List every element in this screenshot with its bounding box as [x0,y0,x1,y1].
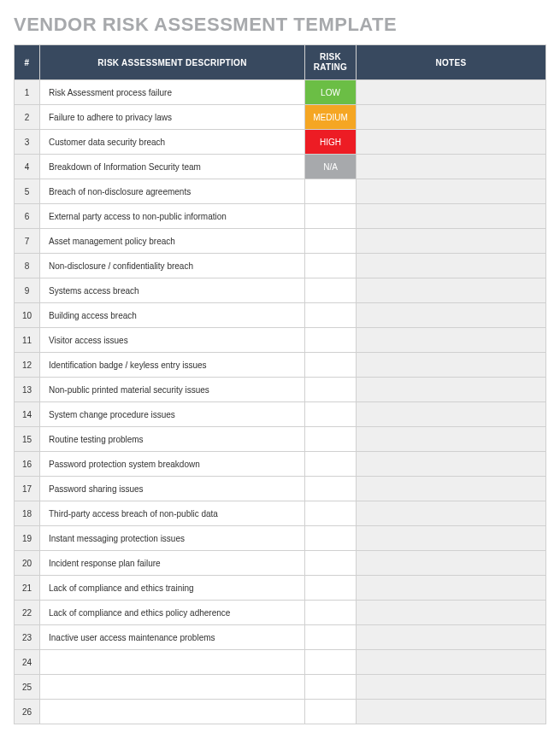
row-notes [357,130,546,155]
table-row: 12Identification badge / keyless entry i… [15,353,546,378]
table-row: 24 [15,650,546,675]
row-rating [305,378,357,402]
row-rating [305,402,357,427]
page-title: VENDOR RISK ASSESSMENT TEMPLATE [14,14,546,36]
row-rating [305,526,357,551]
row-number: 11 [15,328,40,353]
table-row: 8Non-disclosure / confidentiality breach [15,254,546,278]
row-number: 3 [15,130,40,155]
table-row: 14System change procedure issues [15,402,546,427]
row-number: 5 [15,179,40,204]
row-rating [305,452,357,477]
row-description: Lack of compliance and ethics policy adh… [40,601,305,625]
row-notes [357,402,546,427]
row-description: Failure to adhere to privacy laws [40,105,305,130]
table-row: 3Customer data security breachHIGH [15,130,546,155]
row-notes [357,551,546,576]
table-row: 5Breach of non-disclosure agreements [15,179,546,204]
row-description [40,675,305,700]
row-description: Building access breach [40,303,305,328]
table-row: 6External party access to non-public inf… [15,204,546,229]
table-row: 15Routine testing problems [15,427,546,452]
table-row: 18Third-party access breach of non-publi… [15,501,546,526]
row-description: Breach of non-disclosure agreements [40,179,305,204]
row-number: 22 [15,601,40,625]
row-number: 26 [15,700,40,724]
row-notes [357,278,546,303]
row-description: Password sharing issues [40,477,305,501]
table-row: 25 [15,675,546,700]
row-rating [305,576,357,601]
row-number: 1 [15,80,40,105]
column-header-desc: RISK ASSESSMENT DESCRIPTION [40,45,305,80]
row-rating [305,501,357,526]
row-number: 7 [15,229,40,254]
row-number: 2 [15,105,40,130]
row-notes [357,477,546,501]
row-number: 23 [15,625,40,650]
risk-assessment-table: # RISK ASSESSMENT DESCRIPTION RISK RATIN… [14,44,546,724]
row-notes [357,229,546,254]
table-row: 11Visitor access issues [15,328,546,353]
row-rating: LOW [305,80,357,105]
row-description: Inactive user access maintenance problem… [40,625,305,650]
row-notes [357,675,546,700]
row-notes [357,155,546,179]
table-row: 16Password protection system breakdown [15,452,546,477]
row-number: 18 [15,501,40,526]
row-notes [357,204,546,229]
table-row: 23Inactive user access maintenance probl… [15,625,546,650]
table-row: 1Risk Assessment process failureLOW [15,80,546,105]
row-description: Lack of compliance and ethics training [40,576,305,601]
row-description: Visitor access issues [40,328,305,353]
table-row: 19Instant messaging protection issues [15,526,546,551]
row-description: Identification badge / keyless entry iss… [40,353,305,378]
table-row: 13Non-public printed material security i… [15,378,546,402]
row-number: 17 [15,477,40,501]
row-rating [305,204,357,229]
row-description: Instant messaging protection issues [40,526,305,551]
table-row: 10Building access breach [15,303,546,328]
row-notes [357,80,546,105]
row-notes [357,526,546,551]
table-row: 9Systems access breach [15,278,546,303]
row-number: 15 [15,427,40,452]
table-header-row: # RISK ASSESSMENT DESCRIPTION RISK RATIN… [15,45,546,80]
row-notes [357,179,546,204]
table-row: 17Password sharing issues [15,477,546,501]
row-number: 9 [15,278,40,303]
row-notes [357,452,546,477]
row-rating [305,650,357,675]
row-number: 14 [15,402,40,427]
table-row: 2Failure to adhere to privacy lawsMEDIUM [15,105,546,130]
row-number: 4 [15,155,40,179]
row-rating [305,278,357,303]
row-description: Risk Assessment process failure [40,80,305,105]
row-description: Incident response plan failure [40,551,305,576]
table-row: 26 [15,700,546,724]
row-notes [357,353,546,378]
row-rating [305,179,357,204]
row-description: Third-party access breach of non-public … [40,501,305,526]
row-rating [305,353,357,378]
row-notes [357,601,546,625]
row-notes [357,650,546,675]
row-notes [357,378,546,402]
row-number: 21 [15,576,40,601]
row-number: 20 [15,551,40,576]
row-description: Non-public printed material security iss… [40,378,305,402]
row-description: System change procedure issues [40,402,305,427]
table-row: 7Asset management policy breach [15,229,546,254]
row-rating [305,551,357,576]
table-row: 20Incident response plan failure [15,551,546,576]
row-rating: N/A [305,155,357,179]
row-rating [305,427,357,452]
row-rating [305,303,357,328]
row-rating [305,700,357,724]
row-description [40,650,305,675]
row-description: Customer data security breach [40,130,305,155]
column-header-rating: RISK RATING [305,45,357,80]
row-rating [305,601,357,625]
row-number: 13 [15,378,40,402]
row-notes [357,501,546,526]
